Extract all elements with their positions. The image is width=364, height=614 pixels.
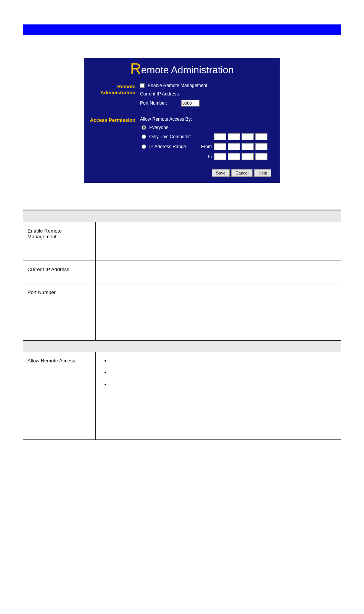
- title-rest: emote Administration: [141, 64, 234, 76]
- range-from-ip-3[interactable]: [242, 143, 254, 150]
- access-permission-heading: Access Permission: [90, 116, 135, 162]
- table-val-allow: [95, 352, 341, 439]
- panel-title: Remote Administration: [90, 64, 274, 76]
- range-to-ip-3[interactable]: [242, 153, 254, 160]
- range-to-ip-4[interactable]: [255, 153, 267, 160]
- range-from-ip-1[interactable]: [214, 143, 226, 150]
- allow-options-list: [100, 358, 337, 387]
- to-label: To: [199, 154, 212, 159]
- help-button[interactable]: Help: [254, 169, 271, 177]
- radio-only-this-computer[interactable]: [142, 134, 146, 139]
- page-header-bar: [23, 24, 341, 35]
- port-number-label: Port Number:: [140, 100, 178, 106]
- table-key-enable: Enable Remote Management: [23, 222, 95, 260]
- list-item: [110, 370, 337, 375]
- range-to-ip-1[interactable]: [214, 153, 226, 160]
- data-table: Enable Remote Management Current IP Addr…: [23, 210, 341, 440]
- allow-remote-access-label: Allow Remote Access By:: [140, 116, 192, 122]
- range-to-ip-quad: [214, 153, 267, 160]
- table-val-current-ip: [95, 260, 341, 283]
- remote-admin-heading: Remote Administration: [90, 83, 135, 110]
- current-ip-label: Current IP Address:: [140, 91, 180, 97]
- table-row: Allow Remote Access: [23, 352, 341, 439]
- enable-remote-label: Enable Remote Management: [148, 83, 207, 88]
- enable-remote-checkbox[interactable]: [140, 83, 145, 88]
- list-item: [110, 381, 337, 387]
- table-key-port: Port Number: [23, 283, 95, 340]
- radio-everyone[interactable]: [142, 125, 146, 130]
- radio-ip-range-label: IP Address Range :: [149, 144, 188, 149]
- table-row: Enable Remote Management: [23, 222, 341, 260]
- radio-only-this-label: Only This Computer:: [149, 134, 191, 139]
- range-from-ip-2[interactable]: [228, 143, 240, 150]
- table-key-allow: Allow Remote Access: [23, 352, 95, 439]
- range-to-ip-2[interactable]: [228, 153, 240, 160]
- table-row: Current IP Address: [23, 260, 341, 283]
- remote-admin-section: Remote Administration Enable Remote Mana…: [90, 83, 274, 110]
- only-this-ip-3[interactable]: [242, 133, 254, 140]
- cancel-button[interactable]: Cancel: [231, 169, 253, 177]
- only-this-ip-1[interactable]: [214, 133, 226, 140]
- table-val-enable: [95, 222, 341, 260]
- config-panel: Remote Administration Remote Administrat…: [84, 58, 280, 183]
- list-item: [110, 358, 337, 364]
- range-from-ip-4[interactable]: [255, 143, 267, 150]
- save-button[interactable]: Save: [212, 169, 230, 177]
- table-key-current-ip: Current IP Address: [23, 260, 95, 283]
- table-section-2: [23, 340, 341, 352]
- range-from-ip-quad: [214, 143, 267, 150]
- title-first-letter: R: [130, 60, 141, 77]
- table-section-1: [23, 210, 341, 222]
- only-this-ip-quad: [214, 133, 267, 140]
- radio-everyone-label: Everyone: [149, 125, 169, 130]
- port-number-input[interactable]: [181, 100, 200, 107]
- only-this-ip-4[interactable]: [255, 133, 267, 140]
- from-label: From: [201, 144, 212, 149]
- table-row: Port Number: [23, 283, 341, 340]
- access-permission-section: Access Permission Allow Remote Access By…: [90, 116, 274, 162]
- only-this-ip-2[interactable]: [228, 133, 240, 140]
- table-val-port: [95, 283, 341, 340]
- radio-ip-range[interactable]: [142, 144, 146, 149]
